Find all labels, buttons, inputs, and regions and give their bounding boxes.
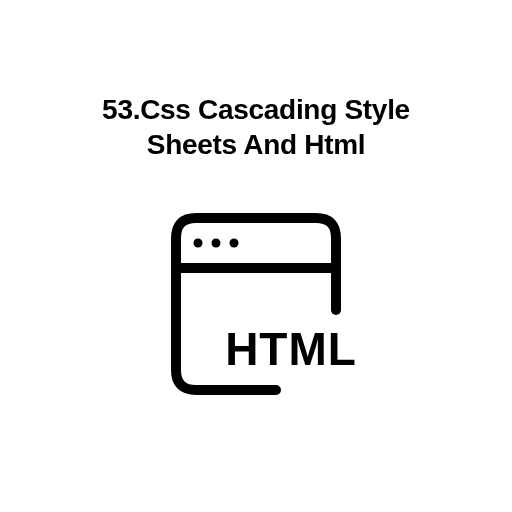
page-title: 53.Css Cascading Style Sheets And Html <box>62 92 450 162</box>
html-browser-icon: HTML <box>146 190 366 410</box>
svg-point-3 <box>230 239 239 248</box>
title-line-2: Sheets And Html <box>147 129 366 160</box>
title-line-1: 53.Css Cascading Style <box>102 94 410 125</box>
html-text-label: HTML <box>225 323 357 375</box>
svg-point-2 <box>212 239 221 248</box>
svg-point-1 <box>194 239 203 248</box>
